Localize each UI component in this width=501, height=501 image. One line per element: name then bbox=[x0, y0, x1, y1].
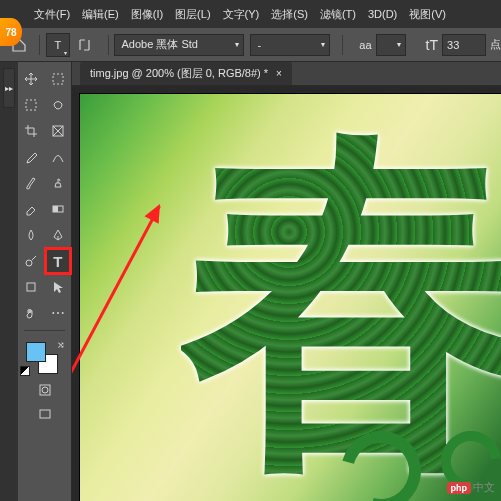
eyedropper-tool[interactable] bbox=[18, 144, 45, 170]
frame-tool[interactable] bbox=[45, 118, 72, 144]
hand-tool[interactable] bbox=[18, 300, 45, 326]
canvas-glyph: 春 bbox=[181, 124, 501, 484]
font-size-icon: tT bbox=[426, 37, 438, 53]
type-tool-label: T bbox=[53, 253, 62, 270]
menu-layer[interactable]: 图层(L) bbox=[169, 4, 216, 25]
text-orientation-icon[interactable] bbox=[76, 34, 94, 56]
dodge-tool[interactable] bbox=[18, 248, 45, 274]
separator bbox=[342, 35, 343, 55]
menu-bar: 文件(F) 编辑(E) 图像(I) 图层(L) 文字(Y) 选择(S) 滤镜(T… bbox=[28, 4, 501, 24]
font-family-select[interactable]: Adobe 黑体 Std bbox=[114, 34, 244, 56]
expand-toggle[interactable]: ▸▸ bbox=[3, 68, 15, 108]
screenmode-icon[interactable] bbox=[37, 406, 53, 422]
edit-toolbar[interactable]: ⋯ bbox=[45, 300, 72, 326]
menu-select[interactable]: 选择(S) bbox=[265, 4, 314, 25]
path-select-tool[interactable] bbox=[45, 274, 72, 300]
anti-alias-label: aa bbox=[359, 39, 371, 51]
marquee-tool[interactable] bbox=[18, 92, 45, 118]
document-canvas[interactable]: 春 春 bbox=[80, 94, 501, 501]
color-swatches[interactable]: ⤭ bbox=[18, 338, 71, 378]
toolbox-separator bbox=[18, 326, 71, 334]
svg-point-7 bbox=[26, 260, 32, 266]
healing-tool[interactable] bbox=[45, 144, 72, 170]
document-tab-bar: timg.jpg @ 200% (图层 0, RGB/8#) * × bbox=[72, 62, 501, 86]
menu-3d[interactable]: 3D(D) bbox=[362, 5, 403, 23]
eraser-tool[interactable] bbox=[18, 196, 45, 222]
swap-colors-icon[interactable]: ⤭ bbox=[57, 340, 65, 350]
svg-rect-0 bbox=[53, 74, 63, 84]
crop-tool[interactable] bbox=[18, 118, 45, 144]
options-bar: T Adobe 黑体 Std - aa tT 33 点 bbox=[0, 28, 501, 62]
svg-point-11 bbox=[42, 387, 48, 393]
watermark-badge: php bbox=[447, 482, 472, 494]
font-style-select[interactable]: - bbox=[250, 34, 330, 56]
gradient-tool[interactable] bbox=[45, 196, 72, 222]
move-tool[interactable] bbox=[18, 66, 45, 92]
separator bbox=[39, 35, 40, 55]
font-style-value: - bbox=[257, 39, 261, 51]
anti-alias-select[interactable] bbox=[376, 34, 406, 56]
canvas-area: 春 春 bbox=[72, 86, 501, 501]
svg-rect-9 bbox=[27, 283, 35, 291]
anti-alias-group: aa bbox=[359, 34, 411, 56]
stamp-tool[interactable] bbox=[45, 170, 72, 196]
blur-tool[interactable] bbox=[18, 222, 45, 248]
points-label: 点 bbox=[490, 37, 501, 52]
menu-edit[interactable]: 编辑(E) bbox=[76, 4, 125, 25]
font-size-input[interactable]: 33 bbox=[442, 34, 486, 56]
svg-rect-12 bbox=[40, 410, 50, 418]
menu-type[interactable]: 文字(Y) bbox=[217, 4, 266, 25]
svg-rect-1 bbox=[26, 100, 36, 110]
menu-image[interactable]: 图像(I) bbox=[125, 4, 169, 25]
close-icon[interactable]: × bbox=[276, 68, 282, 79]
app-badge: 78 bbox=[0, 18, 22, 46]
watermark-text: 中文 bbox=[473, 480, 495, 495]
foreground-color[interactable] bbox=[26, 342, 46, 362]
default-colors-icon[interactable] bbox=[20, 366, 30, 376]
menu-view[interactable]: 视图(V) bbox=[403, 4, 452, 25]
left-rail: ▸▸ bbox=[0, 62, 18, 501]
watermark: php 中文 bbox=[447, 480, 496, 495]
svg-line-8 bbox=[32, 256, 36, 260]
menu-filter[interactable]: 滤镜(T) bbox=[314, 4, 362, 25]
lasso-tool[interactable] bbox=[45, 92, 72, 118]
document-tab[interactable]: timg.jpg @ 200% (图层 0, RGB/8#) * × bbox=[80, 62, 292, 85]
font-size-value: 33 bbox=[447, 39, 459, 51]
artboard-tool[interactable] bbox=[45, 66, 72, 92]
toolbox: T ⋯ ⤭ bbox=[18, 62, 72, 501]
type-icon-label: T bbox=[55, 39, 62, 51]
pen-tool[interactable] bbox=[45, 222, 72, 248]
font-family-value: Adobe 黑体 Std bbox=[121, 37, 197, 52]
tool-preset-icon[interactable]: T bbox=[46, 33, 69, 57]
menu-file[interactable]: 文件(F) bbox=[28, 4, 76, 25]
tab-title: timg.jpg @ 200% (图层 0, RGB/8#) * bbox=[90, 66, 268, 81]
brush-tool[interactable] bbox=[18, 170, 45, 196]
type-tool[interactable]: T bbox=[45, 248, 72, 274]
font-size-group: tT 33 点 bbox=[426, 34, 501, 56]
svg-rect-6 bbox=[53, 206, 58, 212]
quickmask-icon[interactable] bbox=[37, 382, 53, 398]
separator bbox=[108, 35, 109, 55]
shape-tool[interactable] bbox=[18, 274, 45, 300]
